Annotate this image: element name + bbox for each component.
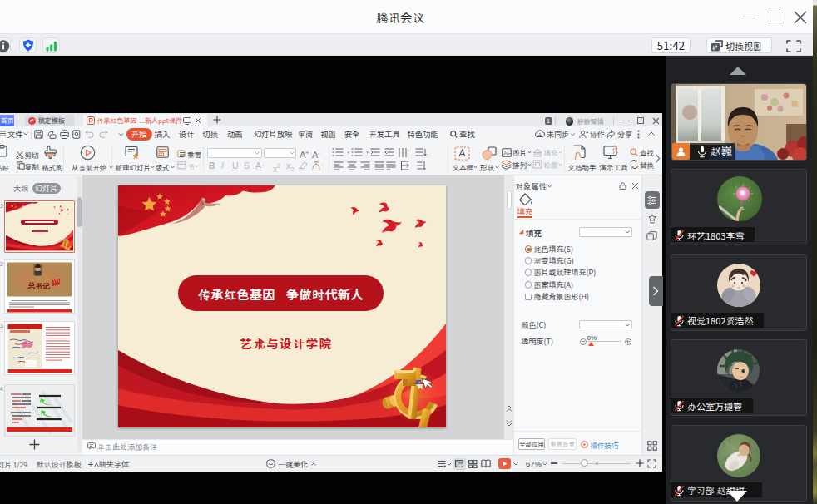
svg-text:总书记: 总书记 [27, 280, 50, 291]
